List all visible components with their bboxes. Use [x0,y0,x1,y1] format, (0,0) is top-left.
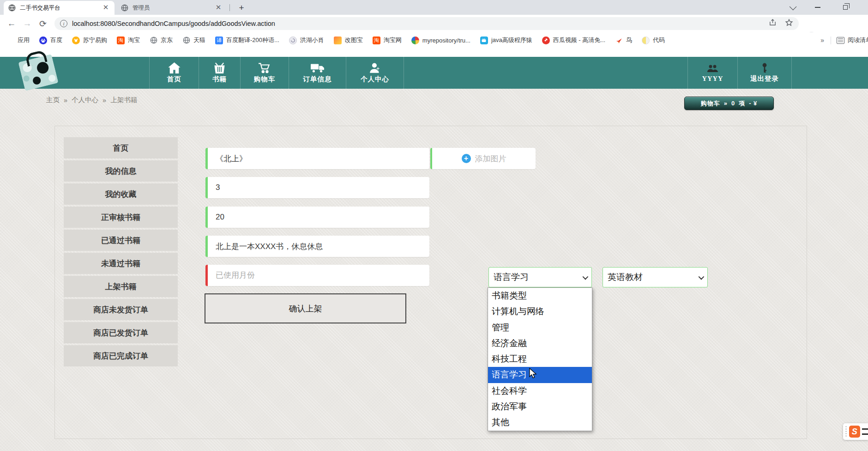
tab-divider [229,4,230,11]
nav-item-logout[interactable]: 退出登录 [737,57,792,89]
subcategory-select[interactable]: 英语教材 [603,267,708,287]
nav-item-user[interactable]: YYYY [687,57,737,89]
sidebar-item-under-review[interactable]: 正审核书籍 [64,207,178,228]
price-input[interactable] [205,207,429,228]
suning-lion-icon [72,37,80,44]
dropdown-option[interactable]: 书籍类型 [488,288,592,304]
new-tab-button[interactable]: + [235,2,247,14]
bookmark-item[interactable]: 淘 淘宝网 [373,36,402,44]
sidebar-item-rejected[interactable]: 未通过书籍 [64,253,178,274]
bookmark-item[interactable]: 天猫 [182,36,205,44]
url-text[interactable]: localhost:8080/SecondhandOnCampus/goods/… [72,20,769,27]
dropdown-option[interactable]: 其他 [488,414,592,430]
bookmark-item[interactable]: java高级程序猿 [480,36,532,44]
bookmark-item[interactable]: 百度 [39,36,62,44]
bookmark-item[interactable]: 洪湖小肖 [289,36,324,44]
bookmark-item[interactable]: 鸟 [615,36,632,44]
sidebar-item-list-book[interactable]: 上架书籍 [64,276,178,297]
minimize-button[interactable] [807,0,828,15]
globe-icon [150,37,157,44]
tab-title: 管理员 [133,4,214,12]
bookmark-item[interactable]: 淘 淘宝 [117,36,140,44]
sidebar-item-unshipped-orders[interactable]: 商店未发货订单 [64,299,178,320]
person-icon [369,62,381,73]
cart-badge-count: 0 [731,100,735,107]
sidebar-item-approved[interactable]: 已通过书籍 [64,230,178,251]
site-logo-bag-image[interactable] [18,54,58,91]
book-title-input[interactable] [205,148,429,169]
dropdown-option[interactable]: 计算机与网络 [488,304,592,319]
mouse-cursor-icon [529,368,537,381]
dropdown-option[interactable]: 管理 [488,320,592,335]
breadcrumb: 主页 » 个人中心 » 上架书籍 [46,96,137,104]
bookmark-item[interactable]: myrepository/tru... [411,37,470,44]
nav-item-profile[interactable]: 个人中心 [346,57,404,89]
maximize-button[interactable] [835,0,856,15]
site-navbar: 首页 书籍 购物车 订单信息 个人中心 [0,57,868,89]
bookmark-item[interactable]: 译 百度翻译-200种语... [215,36,279,44]
nav-item-cart[interactable]: 购物车 [240,57,289,89]
site-info-icon[interactable]: i [60,20,67,27]
code-icon [642,37,650,44]
reading-list-icon [837,37,844,44]
sidebar-item-favorites[interactable]: 我的收藏 [64,183,178,205]
sogou-input-icon[interactable]: S [849,426,860,438]
dropdown-option[interactable]: 经济金融 [488,335,592,351]
breadcrumb-profile-link[interactable]: 个人中心 [72,96,98,104]
description-input[interactable] [205,236,429,257]
breadcrumb-home-link[interactable]: 主页 [46,96,60,104]
nav-item-books[interactable]: 书籍 [199,57,240,89]
color-wheel-icon [411,37,419,44]
sidebar-item-shipped-orders[interactable]: 商店已发货订单 [64,322,178,343]
ime-toolbar[interactable]: S [843,423,868,440]
ime-keyboard-icon[interactable] [862,428,868,435]
bookmark-item[interactable]: 改图宝 [334,36,363,44]
bookmark-item[interactable]: 西瓜视频 - 高清免... [542,36,605,44]
tab-shop[interactable]: 二手书交易平台 ✕ [4,1,115,15]
sidebar-item-home[interactable]: 首页 [64,137,178,158]
add-image-label: 添加图片 [475,153,506,164]
bookmark-item[interactable]: 苏宁易购 [72,36,107,44]
breadcrumb-separator: » [64,97,67,104]
confirm-list-button[interactable]: 确认上架 [205,293,406,323]
bookmark-apps[interactable]: 应用 [6,36,30,44]
tab-admin[interactable]: 管理员 ✕ [116,1,227,15]
xigua-icon [542,37,550,44]
home-icon [168,62,181,73]
bookmarks-divider [831,37,831,44]
quantity-input[interactable] [205,177,429,198]
add-image-button[interactable]: + 添加图片 [430,148,536,169]
nav-item-orders[interactable]: 订单信息 [289,57,346,89]
reading-list-label[interactable]: 阅读清单 [848,36,868,44]
sidebar-item-completed-orders[interactable]: 商店已完成订单 [64,345,178,366]
bookmarks-bar: 应用 百度 苏宁易购 淘 淘宝 京东 天猫 译 百度翻译-200种语... [0,32,868,48]
ime-drag-handle-icon[interactable] [845,426,848,438]
tab-title: 二手书交易平台 [20,4,102,12]
bookmarks-overflow-chevron[interactable]: » [820,37,824,44]
back-button[interactable]: ← [4,18,19,29]
taobao-icon: 淘 [117,37,125,44]
category-select[interactable]: 语言学习 [488,267,592,287]
nav-item-home[interactable]: 首页 [149,57,199,89]
tab-close-icon[interactable]: ✕ [214,4,223,12]
share-icon[interactable] [769,18,777,29]
forward-button[interactable]: → [19,18,35,29]
dropdown-option[interactable]: 政治军事 [488,399,592,414]
tv-icon [480,37,488,44]
bookmark-item[interactable]: 代码 [642,36,665,44]
tab-search-icon[interactable] [781,0,802,15]
bookmark-star-icon[interactable] [785,18,793,29]
url-bar[interactable]: i localhost:8080/SecondhandOnCampus/good… [54,17,799,30]
bookmark-item[interactable]: 京东 [150,36,173,44]
used-months-input[interactable] [205,265,429,286]
cart-badge[interactable]: 购物车 » 0 项 - ¥ [684,97,774,110]
dropdown-option-highlighted[interactable]: 语言学习 [488,367,592,383]
globe-icon [182,37,190,44]
apps-grid-icon [6,37,14,44]
tab-close-icon[interactable]: ✕ [102,4,110,12]
sidebar-item-my-info[interactable]: 我的信息 [64,160,178,182]
dropdown-option[interactable]: 科技工程 [488,351,592,367]
cart-badge-detail: - ¥ [749,100,757,107]
reload-button[interactable]: ⟳ [35,18,51,29]
dropdown-option[interactable]: 社会科学 [488,383,592,399]
